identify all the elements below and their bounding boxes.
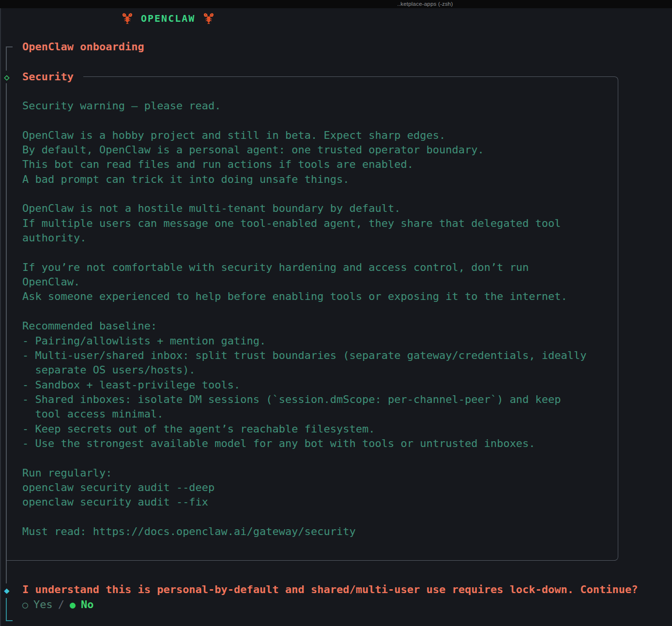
option-no-label: No: [81, 598, 94, 611]
confirm-options: ○ Yes / ● No: [22, 598, 94, 611]
app-banner: OPENCLAW: [121, 11, 215, 26]
lobster-icon: [121, 12, 134, 25]
terminal-title: ..ketplace-apps (-zsh): [397, 1, 453, 7]
security-step-label: Security: [22, 71, 74, 83]
radio-selected-icon: ●: [70, 599, 76, 611]
radio-unselected-icon: ○: [22, 599, 28, 611]
diamond-outline-icon: ◇: [1, 71, 13, 83]
rail-segment-active: [6, 598, 7, 621]
option-separator: /: [58, 598, 64, 611]
terminal-window: ..ketplace-apps (-zsh) OPENCLAW: [0, 0, 672, 626]
rail-bottom-corner: [6, 620, 13, 621]
option-no[interactable]: ● No: [70, 598, 94, 611]
window-edge: [0, 8, 1, 626]
lobster-icon: [202, 12, 215, 25]
option-yes-label: Yes: [33, 598, 53, 611]
wizard-title: OpenClaw onboarding: [22, 41, 144, 53]
confirm-question: I understand this is personal-by-default…: [22, 583, 638, 596]
rail-segment: [6, 46, 7, 72]
security-warning-text: Security warning — please read. OpenClaw…: [22, 99, 587, 539]
terminal-titlebar: ..ketplace-apps (-zsh): [0, 0, 672, 8]
rail-top-corner: [6, 46, 13, 47]
option-yes[interactable]: ○ Yes: [22, 598, 53, 611]
diamond-filled-icon: ◆: [1, 584, 13, 596]
app-title: OPENCLAW: [141, 13, 195, 24]
